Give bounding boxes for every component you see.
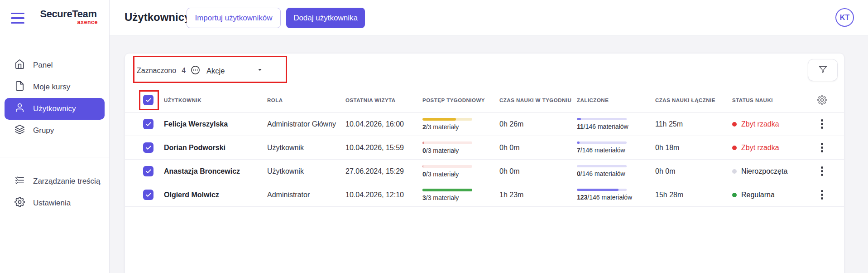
avatar[interactable]: KT	[835, 8, 854, 27]
completed-label: 7/146 materiałów	[577, 146, 625, 154]
checklist-icon	[14, 175, 25, 188]
weekly-time: 1h 23m	[499, 191, 577, 199]
weekly-time: 0h 26m	[499, 120, 577, 128]
sidebar-item-label: Użytkownicy	[33, 104, 76, 113]
topbar: Użytkownicy Importuj użytkowników Dodaj …	[110, 0, 868, 35]
completed-cell: 11/146 materiałów	[577, 118, 655, 130]
weekly-progress-bar	[422, 165, 472, 168]
layers-icon	[14, 124, 25, 137]
table-row: Olgierd Molwicz Administrator 10.04.2026…	[125, 183, 844, 207]
sidebar-item-label: Zarządzanie treścią	[33, 177, 100, 186]
row-menu-kebab-icon[interactable]	[816, 140, 828, 155]
user-name: Felicja Werszylska	[164, 120, 267, 128]
completed-label: 0/146 materiałów	[577, 170, 625, 177]
users-card: Zaznaczono 4 Akcje	[125, 53, 844, 273]
brand-tagline: axence	[39, 19, 98, 25]
weekly-progress-cell: 0/3 materiały	[422, 141, 499, 154]
chevron-down-icon	[256, 66, 264, 75]
status-label: Regularna	[741, 191, 775, 199]
row-menu-kebab-icon[interactable]	[816, 187, 828, 202]
main-content: Zaznaczono 4 Akcje	[110, 35, 868, 273]
user-role: Administrator Główny	[267, 120, 345, 128]
total-time: 15h 28m	[655, 191, 732, 199]
selected-count: 4	[182, 67, 186, 75]
import-users-button[interactable]: Importuj użytkowników	[187, 8, 281, 28]
ellipsis-circle-icon	[190, 65, 201, 77]
home-icon	[14, 59, 25, 72]
card-toolbar: Zaznaczono 4 Akcje	[125, 54, 844, 88]
completed-progress-bar	[577, 189, 627, 191]
col-header-weekly-time: CZAS NAUKI W TYGODNIU	[499, 98, 577, 103]
filter-button[interactable]	[808, 59, 838, 81]
col-header-user: UŻYTKOWNIK	[164, 98, 267, 103]
actions-label: Akcje	[206, 67, 225, 75]
sidebar-item-ustawienia[interactable]: Ustawienia	[5, 192, 105, 214]
total-time: 0h 18m	[655, 144, 732, 152]
weekly-progress-cell: 0/3 materiały	[422, 165, 499, 178]
table-rows: Felicja Werszylska Administrator Główny …	[125, 112, 844, 207]
table-row: Anastazja Broncewicz Użytkownik 27.06.20…	[125, 160, 844, 183]
selected-label: Zaznaczono	[137, 67, 176, 75]
sidebar-nav-secondary: Zarządzanie treścią Ustawienia	[0, 171, 109, 214]
learning-status: Regularna	[732, 191, 809, 199]
document-icon	[14, 81, 25, 93]
user-icon	[14, 102, 25, 115]
weekly-time: 0h 0m	[499, 167, 577, 176]
add-user-button[interactable]: Dodaj użytkownika	[286, 8, 365, 28]
user-role: Użytkownik	[267, 167, 345, 176]
sidebar-item-zarzadzanie-trescia[interactable]: Zarządzanie treścią	[5, 171, 105, 192]
select-all-checkbox[interactable]	[143, 95, 153, 105]
table-settings-gear-icon[interactable]	[817, 95, 827, 105]
total-time: 11h 25m	[655, 120, 732, 128]
status-dot	[732, 169, 737, 174]
brand-name: SecureTeam	[39, 8, 98, 20]
user-role: Użytkownik	[267, 144, 345, 152]
page-title: Użytkownicy	[125, 11, 190, 24]
sidebar-item-label: Panel	[33, 61, 53, 70]
learning-status: Nierozpoczęta	[732, 167, 809, 176]
sidebar-item-label: Ustawienia	[33, 199, 71, 208]
sidebar-item-grupy[interactable]: Grupy	[5, 120, 105, 141]
weekly-progress-cell: 3/3 materiały	[422, 189, 499, 201]
learning-status: Zbyt rzadka	[732, 144, 809, 152]
row-checkbox[interactable]	[143, 142, 153, 153]
row-checkbox[interactable]	[143, 190, 153, 200]
weekly-progress-label: 0/3 materiały	[422, 147, 459, 154]
checkmark-icon	[145, 168, 152, 175]
row-checkbox[interactable]	[143, 166, 153, 176]
col-header-role: ROLA	[267, 98, 345, 103]
completed-progress-bar	[577, 165, 627, 167]
sidebar-divider	[0, 157, 109, 157]
user-role: Administrator	[267, 191, 345, 199]
weekly-progress-cell: 2/3 materiały	[422, 118, 499, 131]
row-checkbox[interactable]	[143, 119, 153, 129]
completed-cell: 123/146 materiałów	[577, 189, 655, 201]
last-visit: 10.04.2026, 12:10	[345, 191, 422, 199]
sidebar-item-label: Moje kursy	[33, 83, 70, 92]
row-menu-kebab-icon[interactable]	[816, 164, 828, 179]
sidebar-item-uzytkownicy[interactable]: Użytkownicy	[5, 98, 105, 120]
completed-label: 123/146 materiałów	[577, 194, 632, 201]
checkmark-icon	[145, 145, 152, 151]
col-header-status: STATUS NAUKI	[732, 98, 809, 103]
completed-progress-bar	[577, 141, 627, 144]
status-dot	[732, 122, 737, 127]
weekly-progress-label: 0/3 materiały	[422, 171, 459, 178]
hamburger-menu-icon[interactable]	[11, 13, 24, 24]
sidebar: SecureTeam axence Panel Moje kursy Uż	[0, 0, 110, 273]
actions-dropdown[interactable]: Akcje	[190, 60, 264, 82]
weekly-progress-bar	[422, 189, 472, 191]
row-menu-kebab-icon[interactable]	[816, 117, 828, 132]
last-visit: 10.04.2026, 15:59	[345, 144, 422, 152]
completed-cell: 7/146 materiałów	[577, 141, 655, 154]
sidebar-item-label: Grupy	[33, 126, 54, 135]
weekly-progress-bar	[422, 141, 472, 144]
table-row: Dorian Podworski Użytkownik 10.04.2026, …	[125, 136, 844, 160]
sidebar-item-moje-kursy[interactable]: Moje kursy	[5, 76, 105, 98]
sidebar-item-panel[interactable]: Panel	[5, 54, 105, 76]
brand-logo: SecureTeam axence	[39, 8, 98, 25]
gear-icon	[14, 197, 25, 210]
funnel-icon	[818, 64, 828, 76]
completed-cell: 0/146 materiałów	[577, 165, 655, 177]
selection-summary: Zaznaczono 4	[137, 54, 186, 88]
